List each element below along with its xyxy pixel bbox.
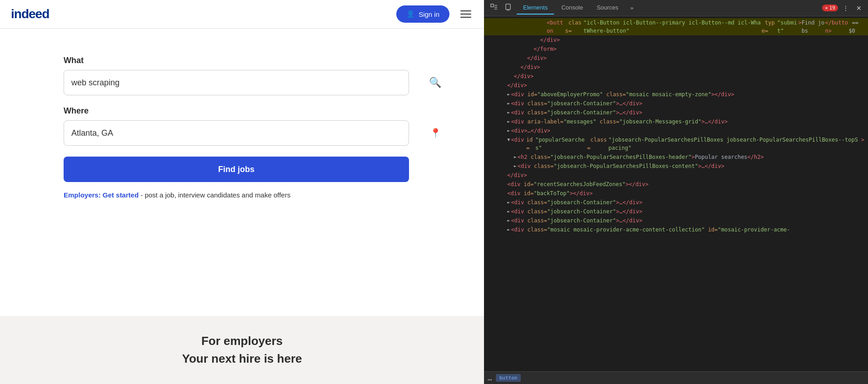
close-tag: </button> bbox=[825, 19, 849, 35]
where-input[interactable] bbox=[64, 120, 409, 146]
what-label: What bbox=[64, 56, 448, 65]
button-text: Find jobs bbox=[802, 19, 825, 35]
devtools-tabs: Elements Console Sources bbox=[517, 1, 625, 15]
arrow-pillboxes-content[interactable]: ► bbox=[514, 162, 517, 170]
sign-in-label: Sign in bbox=[419, 10, 439, 18]
attr-class-val: "icl-Button icl-Button--primary icl-Butt… bbox=[584, 19, 762, 35]
line-recentSearches: <div id="recentSearchesJobFeedZones" ></… bbox=[484, 180, 868, 189]
arrow-messages[interactable]: ► bbox=[507, 118, 510, 126]
arrow-div-ellipsis[interactable]: ► bbox=[507, 127, 510, 135]
get-started-link[interactable]: Employers: Get started bbox=[64, 191, 139, 199]
error-x-icon: ✕ bbox=[825, 5, 828, 11]
arrow-jobsearch-3[interactable]: ► bbox=[507, 198, 510, 207]
arrow-aboveEmployerPromo[interactable]: ► bbox=[507, 90, 510, 98]
location-icon: 📍 bbox=[430, 128, 441, 138]
line-close-div-4: </div> bbox=[484, 72, 868, 81]
employer-text: Employers: Get started - post a job, int… bbox=[64, 191, 448, 199]
indeed-main: What 🔍 Where 📍 Find jobs Employers: Get … bbox=[0, 29, 484, 316]
more-tabs-button[interactable]: » bbox=[627, 3, 638, 13]
indent bbox=[488, 19, 547, 27]
eq-sign: == $0 bbox=[848, 19, 864, 35]
arrow-mosaic-provider[interactable]: ► bbox=[507, 226, 510, 234]
indeed-bottom: For employers Your next hire is here bbox=[0, 316, 484, 384]
svg-rect-1 bbox=[506, 4, 510, 10]
tab-sources[interactable]: Sources bbox=[590, 1, 625, 15]
indeed-header: indeed 👤 Sign in bbox=[0, 0, 484, 29]
arrow-popularSearches[interactable]: ▼ bbox=[507, 136, 510, 144]
sign-in-button[interactable]: 👤 Sign in bbox=[396, 5, 449, 23]
devtools-close-button[interactable]: ✕ bbox=[853, 3, 864, 14]
line-jobsearch-5: ► <div class="jobsearch-Container" >…</d… bbox=[484, 216, 868, 225]
hamburger-line-3 bbox=[460, 17, 471, 18]
line-close-div-3: </div> bbox=[484, 63, 868, 72]
where-input-wrapper: 📍 bbox=[64, 120, 448, 146]
for-employers-title: For employers bbox=[36, 334, 448, 348]
line-close-form: </form> bbox=[484, 44, 868, 54]
line-jobsearch-1: ► <div class="jobsearch-Container" >…</d… bbox=[484, 99, 868, 108]
line-jobsearch-3: ► <div class="jobsearch-Container" >…</d… bbox=[484, 198, 868, 207]
arrow-jobsearch-5[interactable]: ► bbox=[507, 217, 510, 225]
error-badge: ✕ 19 bbox=[822, 5, 838, 11]
search-icon: 🔍 bbox=[429, 77, 441, 89]
line-div-ellipsis: ► <div>…</div> bbox=[484, 126, 868, 135]
line-close-div-1: </div> bbox=[484, 35, 868, 44]
line-pillboxes-content: ► <div class="jobsearch-PopularSearchesP… bbox=[484, 162, 868, 171]
attr-type: type= bbox=[762, 19, 778, 35]
svg-rect-2 bbox=[507, 10, 509, 10]
line-close-div-5: </div> bbox=[484, 81, 868, 90]
inspect-icon-button[interactable] bbox=[488, 2, 500, 14]
attr-class: class= bbox=[565, 19, 583, 35]
svg-rect-0 bbox=[491, 4, 494, 7]
devtools-bottombar: … button bbox=[484, 371, 868, 384]
person-icon: 👤 bbox=[406, 10, 415, 18]
line-mosaic-provider: ► <div class="mosaic mosaic-provider-acm… bbox=[484, 225, 868, 234]
line-jobsearch-4: ► <div class="jobsearch-Container" >…</d… bbox=[484, 207, 868, 216]
employer-suffix: - post a job, interview candidates and m… bbox=[139, 191, 290, 199]
devtools-right-icons: ✕ 19 ⋮ ✕ bbox=[822, 3, 864, 14]
tag-close-bracket: > bbox=[798, 19, 801, 27]
hamburger-line-1 bbox=[460, 10, 471, 11]
tab-elements[interactable]: Elements bbox=[517, 1, 554, 15]
indeed-website: indeed 👤 Sign in What 🔍 Where 📍 Find job… bbox=[0, 0, 484, 384]
find-jobs-button[interactable]: Find jobs bbox=[64, 157, 409, 182]
devtools-panel: Elements Console Sources » ✕ 19 ⋮ ✕ <but… bbox=[484, 0, 868, 384]
line-close-popularSearches: </div> bbox=[484, 171, 868, 180]
what-input-wrapper: 🔍 bbox=[64, 70, 448, 95]
indeed-logo: indeed bbox=[11, 7, 49, 21]
arrow-jobsearch-1[interactable]: ► bbox=[507, 99, 510, 108]
hamburger-line-2 bbox=[460, 14, 471, 15]
device-icon-button[interactable] bbox=[502, 2, 515, 14]
element-tag-badge: button bbox=[496, 374, 521, 382]
line-jobsearch-2: ► <div class="jobsearch-Container" >…</d… bbox=[484, 108, 868, 117]
what-input[interactable] bbox=[64, 70, 409, 95]
arrow-h2[interactable]: ► bbox=[514, 153, 517, 161]
highlighted-line: <button class="icl-Button icl-Button--pr… bbox=[484, 18, 868, 35]
line-h2: ► <h2 class="jobsearch-PopularSearchesPi… bbox=[484, 153, 868, 162]
line-aboveEmployerPromo: ► <div id="aboveEmployerPromo" class="mo… bbox=[484, 90, 868, 99]
tab-console[interactable]: Console bbox=[555, 1, 589, 15]
line-close-div-2: </div> bbox=[484, 54, 868, 63]
attr-type-val: "submit" bbox=[777, 19, 798, 35]
devtools-more-button[interactable]: ⋮ bbox=[840, 3, 852, 14]
header-right: 👤 Sign in bbox=[396, 5, 473, 23]
devtools-content[interactable]: <button class="icl-Button icl-Button--pr… bbox=[484, 16, 868, 371]
next-hire-subtitle: Your next hire is here bbox=[36, 352, 448, 366]
line-messages: ► <div aria-label="messages" class="jobs… bbox=[484, 117, 868, 126]
tag-open: <button bbox=[547, 19, 565, 35]
arrow-jobsearch-4[interactable]: ► bbox=[507, 207, 510, 216]
devtools-topbar: Elements Console Sources » ✕ 19 ⋮ ✕ bbox=[484, 0, 868, 16]
error-count: 19 bbox=[829, 5, 835, 11]
where-label: Where bbox=[64, 106, 448, 116]
arrow-jobsearch-2[interactable]: ► bbox=[507, 108, 510, 117]
line-popularSearches-open: ▼ <div id="popularSearches" class="jobse… bbox=[484, 135, 868, 153]
hamburger-menu-button[interactable] bbox=[459, 9, 473, 20]
bottombar-dots[interactable]: … bbox=[488, 374, 492, 382]
line-backToTop: <div id="backToTop" ></div> bbox=[484, 189, 868, 198]
